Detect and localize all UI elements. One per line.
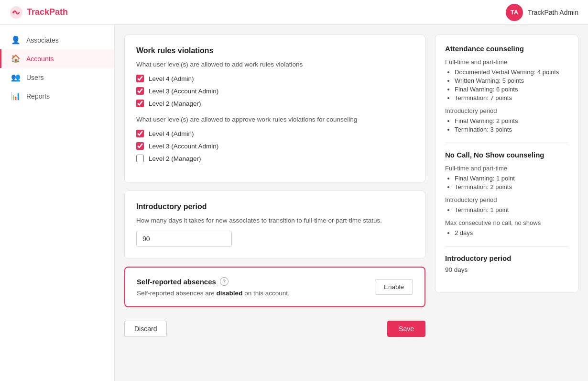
person-icon: 👤 [11, 35, 21, 45]
users-icon: 👥 [11, 73, 21, 82]
attendance-intro-list: Final Warning: 2 points Termination: 3 p… [445, 117, 568, 133]
no-call-title: No Call, No Show counseling [445, 151, 568, 159]
add-option-3-checkbox[interactable] [136, 100, 144, 107]
avatar: TA [506, 4, 523, 21]
intro-period-right-title: Introductory period [445, 254, 568, 262]
self-reported-absences-card: Self-reported absences ? Self-reported a… [124, 267, 425, 307]
app-header: TrackPath TA TrackPath Admin [0, 0, 588, 25]
add-option-1[interactable]: Level 4 (Admin) [136, 75, 414, 82]
approve-option-2[interactable]: Level 3 (Account Admin) [136, 142, 414, 150]
list-item: 2 days [455, 229, 568, 236]
logo: TrackPath [10, 6, 68, 19]
approve-option-1-label: Level 4 (Admin) [149, 130, 194, 137]
list-item: Written Warning: 5 points [455, 77, 568, 84]
sidebar-item-reports[interactable]: 📊 Reports [0, 87, 114, 105]
intro-period-value: 90 days [445, 266, 568, 273]
sidebar-label-associates: Associates [26, 36, 59, 44]
no-call-intro-subtitle: Introductory period [445, 196, 568, 203]
status-text: disabled [217, 290, 243, 297]
days-input[interactable] [137, 231, 232, 247]
home-icon: 🏠 [11, 54, 21, 63]
desc-suffix: on this account. [242, 290, 289, 297]
introductory-period-card: Introductory period How many days it tak… [124, 190, 425, 259]
attendance-full-time-subtitle: Full-time and part-time [445, 58, 568, 66]
intro-period-section: Introductory period 90 days [445, 254, 568, 273]
self-reported-title: Self-reported absences ? [137, 277, 375, 286]
approve-option-3[interactable]: Level 2 (Manager) [136, 155, 414, 162]
approve-option-2-checkbox[interactable] [136, 142, 144, 150]
list-item: Documented Verbal Warning: 4 points [455, 68, 568, 76]
attendance-title: Attendance counseling [445, 45, 568, 53]
attendance-intro-subtitle: Introductory period [445, 107, 568, 114]
main-content: Work rules violations What user level(s)… [115, 25, 588, 381]
divider-2 [445, 246, 568, 247]
list-item: Final Warning: 2 points [455, 117, 568, 124]
add-option-1-label: Level 4 (Admin) [149, 75, 194, 82]
reports-icon: 📊 [11, 91, 21, 101]
list-item: Final Warning: 1 point [455, 175, 568, 182]
work-rules-title: Work rules violations [136, 46, 414, 55]
svg-point-1 [12, 11, 14, 13]
no-call-full-time-subtitle: Full-time and part-time [445, 165, 568, 172]
save-button[interactable]: Save [387, 321, 425, 337]
add-question: What user level(s) are allowed to add wo… [136, 61, 414, 68]
days-input-wrapper: days ▲ ▼ [136, 231, 232, 247]
add-option-2[interactable]: Level 3 (Account Admin) [136, 87, 414, 95]
attendance-section: Attendance counseling Full-time and part… [445, 45, 568, 133]
approve-options-group: Level 4 (Admin) Level 3 (Account Admin) … [136, 130, 414, 162]
list-item: Termination: 3 points [455, 126, 568, 133]
approve-option-1[interactable]: Level 4 (Admin) [136, 130, 414, 137]
sidebar: 👤 Associates 🏠 Accounts 👥 Users 📊 Report… [0, 25, 115, 381]
sidebar-item-users[interactable]: 👥 Users [0, 68, 114, 87]
no-call-intro-list: Termination: 1 point [445, 206, 568, 213]
sidebar-label-reports: Reports [26, 92, 50, 100]
logo-text: TrackPath [27, 7, 68, 17]
right-panel: Attendance counseling Full-time and part… [435, 34, 578, 293]
add-option-3[interactable]: Level 2 (Manager) [136, 100, 414, 107]
list-item: Final Warning: 6 points [455, 86, 568, 93]
max-no-call-subtitle: Max consecutive no call, no shows [445, 219, 568, 226]
add-option-3-label: Level 2 (Manager) [149, 100, 201, 107]
sidebar-item-accounts[interactable]: 🏠 Accounts [0, 49, 114, 68]
enable-button[interactable]: Enable [375, 279, 413, 295]
approve-option-1-checkbox[interactable] [136, 130, 144, 137]
divider [445, 143, 568, 143]
approve-question: What user level(s) are allowed to approv… [136, 116, 414, 123]
discard-button[interactable]: Discard [124, 321, 167, 337]
list-item: Termination: 1 point [455, 206, 568, 213]
bottom-actions: Discard Save [124, 315, 425, 343]
no-call-full-time-list: Final Warning: 1 point Termination: 2 po… [445, 175, 568, 190]
sidebar-label-users: Users [26, 74, 44, 81]
list-item: Termination: 7 points [455, 94, 568, 101]
attendance-full-time-list: Documented Verbal Warning: 4 points Writ… [445, 68, 568, 101]
work-rules-card: Work rules violations What user level(s)… [124, 34, 425, 183]
add-options-group: Level 4 (Admin) Level 3 (Account Admin) … [136, 75, 414, 107]
sidebar-label-accounts: Accounts [26, 55, 54, 63]
desc-prefix: Self-reported absences are [137, 290, 217, 297]
add-option-1-checkbox[interactable] [136, 75, 144, 82]
add-option-2-label: Level 3 (Account Admin) [149, 88, 218, 95]
intro-period-title: Introductory period [136, 202, 414, 211]
self-reported-left: Self-reported absences ? Self-reported a… [137, 277, 375, 297]
user-name: TrackPath Admin [528, 9, 578, 16]
add-option-2-checkbox[interactable] [136, 87, 144, 95]
approve-option-2-label: Level 3 (Account Admin) [149, 143, 218, 150]
sidebar-item-associates[interactable]: 👤 Associates [0, 31, 114, 49]
list-item: Termination: 2 points [455, 183, 568, 190]
self-reported-desc: Self-reported absences are disabled on t… [137, 290, 375, 297]
help-icon[interactable]: ? [220, 277, 229, 286]
logo-icon [10, 6, 23, 19]
approve-option-3-checkbox[interactable] [136, 155, 144, 162]
intro-period-desc: How many days it takes for new associate… [136, 217, 414, 224]
approve-option-3-label: Level 2 (Manager) [149, 155, 201, 162]
user-info: TA TrackPath Admin [506, 4, 578, 21]
max-no-call-list: 2 days [445, 229, 568, 236]
app-layout: 👤 Associates 🏠 Accounts 👥 Users 📊 Report… [0, 25, 588, 381]
center-content: Work rules violations What user level(s)… [124, 34, 425, 371]
no-call-section: No Call, No Show counseling Full-time an… [445, 151, 568, 236]
